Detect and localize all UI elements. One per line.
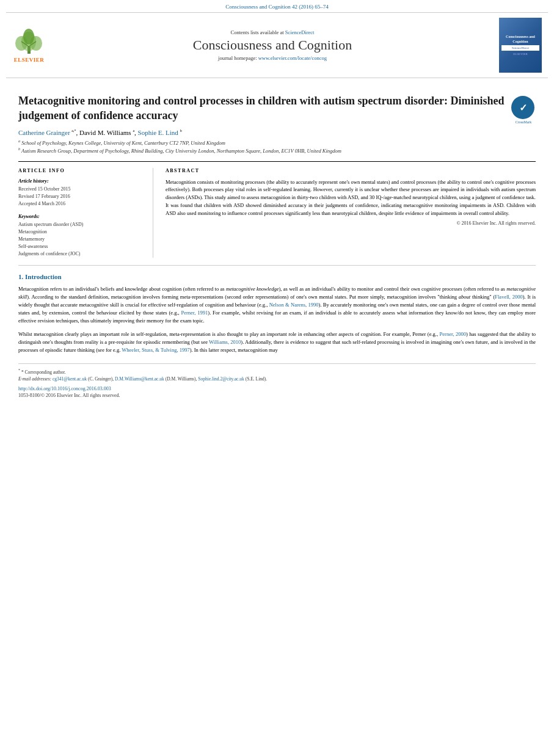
history-accepted: Accepted 4 March 2016 [18, 200, 140, 208]
footnote-section: * * Corresponding author. E-mail address… [18, 363, 536, 382]
ref-perner-1991[interactable]: Perner, 1991 [181, 310, 208, 316]
keyword-1: Autism spectrum disorder (ASD) [18, 221, 140, 228]
svg-point-4 [23, 29, 34, 45]
keywords-section: Keywords: Autism spectrum disorder (ASD)… [18, 214, 140, 258]
author-lind[interactable]: Sophie E. Lind [138, 129, 178, 136]
article-title-section: Metacognitive monitoring and control pro… [18, 93, 536, 124]
journal-citation-link[interactable]: Consciousness and Cognition 42 (2016) 65… [225, 4, 329, 10]
email-grainger[interactable]: cg341@kent.ac.uk [53, 376, 87, 382]
keyword-2: Metacognition [18, 228, 140, 236]
introduction-title: 1. Introduction [18, 273, 536, 280]
authors-line: Catherine Grainger a,*, David M. William… [18, 129, 536, 136]
author-grainger[interactable]: Catherine Grainger [18, 129, 70, 136]
history-received: Received 15 October 2015 [18, 186, 140, 193]
elsevier-tree-icon [12, 28, 46, 56]
email-williams[interactable]: D.M.Williams@kent.ac.uk [115, 376, 164, 382]
ref-perner-2000[interactable]: Perner, 2000 [440, 331, 466, 337]
col-divider [153, 168, 153, 258]
footnote-corresponding: * * Corresponding author. [18, 368, 536, 376]
doi-link[interactable]: http://dx.doi.org/10.1016/j.concog.2016.… [18, 386, 111, 391]
contents-line: Contents lists available at ScienceDirec… [52, 29, 493, 35]
elsevier-logo: ELSEVIER [12, 28, 46, 63]
affiliation-a: a School of Psychology, Keynes College, … [18, 139, 536, 146]
history-revised: Revised 17 February 2016 [18, 193, 140, 200]
journal-title: Consciousness and Cognition [52, 37, 493, 53]
doi-line[interactable]: http://dx.doi.org/10.1016/j.concog.2016.… [18, 386, 536, 391]
footnote-emails: E-mail addresses: cg341@kent.ac.uk (C. G… [18, 376, 536, 382]
journal-header: ELSEVIER Contents lists available at Sci… [6, 12, 548, 78]
journal-info-center: Contents lists available at ScienceDirec… [52, 29, 493, 61]
sciencedirect-link[interactable]: ScienceDirect [285, 29, 315, 35]
email-lind[interactable]: Sophie.lind.2@city.ac.uk [198, 376, 244, 382]
info-abstract-section: Article Info Article history: Received 1… [18, 161, 536, 258]
intro-paragraph-2: Whilst metacognition clearly plays an im… [18, 330, 536, 355]
article-info-heading: Article Info [18, 168, 140, 173]
abstract-text: Metacognition consists of monitoring pro… [166, 178, 536, 217]
ref-wheeler-1997[interactable]: Wheeler, Stuss, & Tulving, 1997 [122, 347, 189, 353]
ref-nelson-narens[interactable]: Nelson & Narens, 1990 [269, 302, 319, 308]
ref-flavell-2000[interactable]: Flavell, 2000 [495, 294, 522, 300]
issn-line: 1053-8100/© 2016 Elsevier Inc. All right… [18, 393, 536, 398]
keywords-label: Keywords: [18, 214, 140, 219]
keyword-3: Metamemory [18, 236, 140, 243]
history-label: Article history: [18, 178, 140, 184]
abstract-col: Abstract Metacognition consists of monit… [166, 168, 536, 258]
journal-cover-image: Consciousness and Cognition ScienceDirec… [499, 18, 542, 73]
affiliation-b: b Autism Research Group, Department of P… [18, 147, 536, 154]
article-history: Article history: Received 15 October 201… [18, 178, 140, 208]
ref-williams-2010[interactable]: Williams, 2010 [209, 339, 241, 345]
journal-homepage: journal homepage: www.elsevier.com/locat… [52, 55, 493, 61]
abstract-heading: Abstract [166, 168, 536, 173]
article-info-col: Article Info Article history: Received 1… [18, 168, 140, 258]
crossmark-badge[interactable]: ✓ CrossMark [511, 96, 536, 124]
keyword-4: Self-awareness [18, 243, 140, 250]
intro-paragraph-1: Metacognition refers to an individual's … [18, 285, 536, 325]
homepage-link[interactable]: www.elsevier.com/locate/concog [258, 55, 327, 61]
article-title: Metacognitive monitoring and control pro… [18, 93, 505, 123]
journal-citation: Consciousness and Cognition 42 (2016) 65… [0, 0, 554, 12]
main-content: Metacognitive monitoring and control pro… [0, 78, 554, 404]
author-williams[interactable]: David M. Williams [79, 129, 131, 136]
copyright-line: © 2016 Elsevier Inc. All rights reserved… [166, 220, 536, 226]
crossmark-icon: ✓ [511, 96, 534, 119]
keyword-5: Judgments of confidence (JOC) [18, 250, 140, 258]
elsevier-brand-text: ELSEVIER [14, 57, 45, 63]
section-divider [18, 265, 536, 266]
cover-placeholder: Consciousness and Cognition ScienceDirec… [499, 18, 542, 73]
